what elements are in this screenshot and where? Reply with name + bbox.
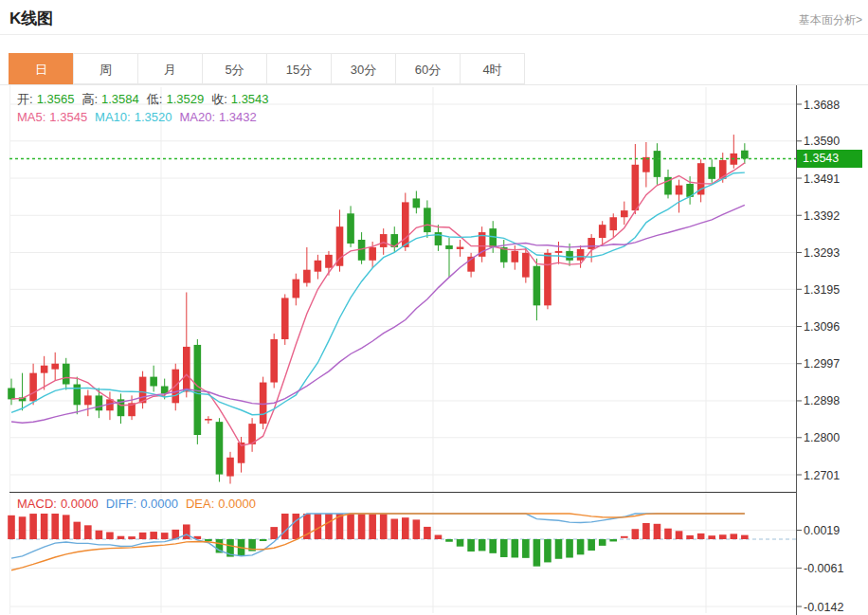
tab-月[interactable]: 月 [137,53,203,84]
axis-label: 1.3491 [804,172,840,186]
macd-panel [8,514,796,570]
quote-item: DEA:0.0000 [186,497,260,511]
tab-5分[interactable]: 5分 [202,53,267,84]
quote-item: 开:1.3565 [17,91,78,108]
period-tab-bar: 日周月5分15分30分60分4时 [9,53,525,84]
macd-dea-line [11,514,745,570]
quote-item: MA5:1.3545 [17,110,91,124]
quote-item: 收:1.3543 [211,91,272,108]
axis-label: 1.2800 [804,431,840,444]
page-title: K线图 [9,8,53,29]
kline-page: 1.36881.35901.34911.33921.32931.31951.30… [0,0,868,615]
axis-label: 0.0019 [804,524,840,537]
axis-label: 1.3590 [804,135,840,148]
quote-item: 低:1.3529 [147,91,208,108]
axis-label: 1.3096 [804,320,840,334]
tab-60分[interactable]: 60分 [395,53,461,84]
axis-label: 1.3293 [804,246,840,260]
fundamental-analysis-link[interactable]: 基本面分析> [799,12,862,28]
tab-15分[interactable]: 15分 [266,53,332,84]
tab-周[interactable]: 周 [73,53,138,84]
tab-日[interactable]: 日 [9,53,74,84]
axis-label: -0.0142 [804,601,843,614]
macd-readout-row: MACD:0.0000DIFF:0.0000DEA:0.0000 [17,497,263,511]
axis-label: 1.3688 [804,99,840,112]
tab-bar-underline [0,84,868,85]
quote-item: DIFF:0.0000 [106,497,182,511]
quote-item: MA20:1.3432 [179,110,260,124]
axis-label: 1.2997 [804,357,840,371]
quote-item: MA10:1.3520 [95,110,175,124]
current-price-badge: 1.3543 [797,150,862,168]
quote-item: 高:1.3584 [81,91,142,108]
axis-label: 1.2898 [804,394,840,407]
axis-label: -0.0061 [804,562,843,575]
candlesticks [8,135,748,483]
axis-label: 1.2701 [804,469,840,482]
axis-label: 1.3195 [804,283,840,297]
tab-4时[interactable]: 4时 [460,53,525,84]
ma-readout-row: MA5:1.3545MA10:1.3520MA20:1.3432 [17,110,264,124]
quote-item: MACD:0.0000 [17,497,102,511]
ohlc-readout-row: 开:1.3565高:1.3584低:1.3529收:1.3543 [17,91,277,108]
tab-30分[interactable]: 30分 [331,53,396,84]
header-divider [0,34,868,35]
axis-label: 1.3392 [804,209,840,223]
